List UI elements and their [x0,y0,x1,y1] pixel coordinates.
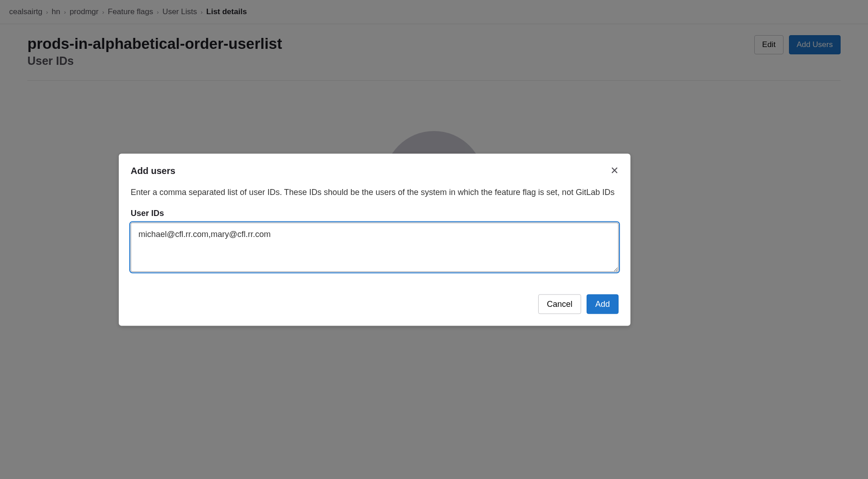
add-users-modal: Add users ✕ Enter a comma separated list… [119,153,630,242]
user-ids-label: User IDs [131,208,619,218]
user-ids-input[interactable] [131,222,619,242]
close-icon[interactable]: ✕ [610,166,619,176]
modal-description: Enter a comma separated list of user IDs… [131,186,619,198]
textarea-wrap [131,222,619,242]
modal-header: Add users ✕ [131,165,619,176]
modal-title: Add users [131,165,175,176]
